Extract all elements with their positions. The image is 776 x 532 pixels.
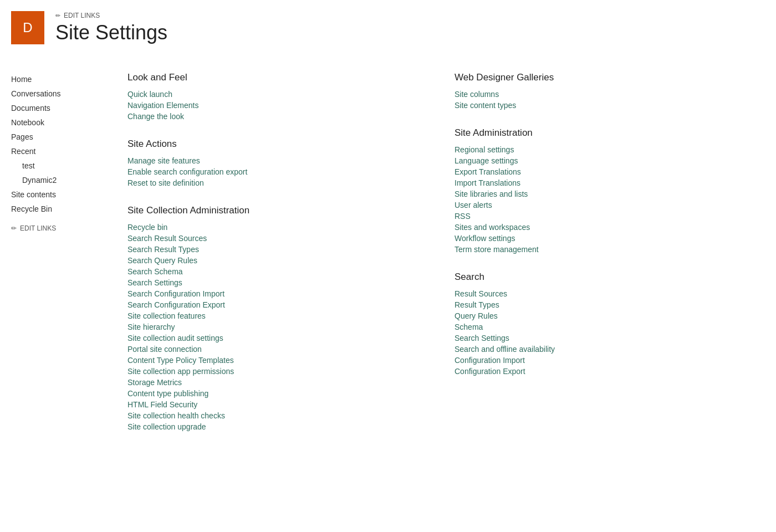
list-item[interactable]: Quick launch — [127, 90, 172, 99]
header-text: ✏ EDIT LINKS Site Settings — [55, 12, 167, 44]
list-item[interactable]: Result Types — [455, 300, 499, 309]
list-item[interactable]: Site collection audit settings — [127, 334, 223, 342]
list-item[interactable]: Import Translations — [455, 178, 520, 187]
list-item[interactable]: Result Sources — [455, 289, 507, 298]
col-right: Web Designer Galleries Site columnsSite … — [455, 72, 759, 449]
list-item[interactable]: Configuration Export — [455, 367, 525, 376]
list-item[interactable]: Search Result Sources — [127, 234, 207, 243]
list-item[interactable]: Search and offline availability — [455, 345, 555, 354]
list-item[interactable]: Storage Metrics — [127, 378, 182, 387]
sidebar-item[interactable]: Home — [11, 75, 32, 84]
list-item[interactable]: Query Rules — [455, 311, 498, 320]
edit-links-top[interactable]: ✏ EDIT LINKS — [55, 12, 167, 19]
look-and-feel-title: Look and Feel — [127, 72, 432, 83]
section-search: Search Result SourcesResult TypesQuery R… — [455, 272, 759, 377]
list-item[interactable]: Search Configuration Import — [127, 289, 224, 298]
list-item[interactable]: Manage site features — [127, 156, 200, 165]
col-left: Look and Feel Quick launchNavigation Ele… — [127, 72, 432, 449]
list-item[interactable]: Language settings — [455, 156, 518, 165]
section-look-and-feel: Look and Feel Quick launchNavigation Ele… — [127, 72, 432, 122]
list-item[interactable]: User alerts — [455, 201, 492, 209]
look-and-feel-links: Quick launchNavigation ElementsChange th… — [127, 89, 432, 122]
site-collection-admin-title: Site Collection Administration — [127, 205, 432, 216]
list-item[interactable]: Search Configuration Export — [127, 300, 225, 309]
search-title: Search — [455, 272, 759, 283]
list-item[interactable]: Content Type Policy Templates — [127, 356, 234, 365]
list-item[interactable]: Site collection upgrade — [127, 422, 206, 431]
list-item[interactable]: Search Settings — [455, 334, 509, 342]
sidebar-item[interactable]: Site contents — [11, 190, 56, 199]
list-item[interactable]: Site hierarchy — [127, 323, 175, 331]
sidebar-item[interactable]: Recycle Bin — [11, 204, 52, 213]
list-item[interactable]: Configuration Import — [455, 356, 525, 365]
list-item[interactable]: Regional settings — [455, 145, 514, 154]
sidebar-item[interactable]: Documents — [11, 104, 50, 112]
sidebar-item[interactable]: Recent — [11, 147, 35, 156]
list-item[interactable]: Navigation Elements — [127, 101, 198, 110]
edit-links-bottom[interactable]: ✏ EDIT LINKS — [11, 222, 100, 235]
list-item[interactable]: Site collection app permissions — [127, 367, 234, 376]
sidebar-item[interactable]: Pages — [11, 132, 33, 141]
site-actions-title: Site Actions — [127, 139, 432, 150]
sidebar-item[interactable]: test — [22, 161, 35, 170]
list-item[interactable]: Search Query Rules — [127, 256, 197, 265]
list-item[interactable]: Recycle bin — [127, 223, 167, 232]
list-item[interactable]: Site collection health checks — [127, 411, 225, 420]
site-actions-links: Manage site featuresEnable search config… — [127, 155, 432, 188]
sidebar-item[interactable]: Notebook — [11, 118, 44, 127]
web-designer-galleries-links: Site columnsSite content types — [455, 89, 759, 111]
list-item[interactable]: Site libraries and lists — [455, 190, 528, 198]
site-collection-admin-links: Recycle binSearch Result SourcesSearch R… — [127, 222, 432, 432]
list-item[interactable]: Export Translations — [455, 167, 521, 176]
section-site-collection-admin: Site Collection Administration Recycle b… — [127, 205, 432, 432]
sidebar-item[interactable]: Dynamic2 — [22, 176, 57, 185]
list-item[interactable]: Search Schema — [127, 267, 183, 276]
list-item[interactable]: Workflow settings — [455, 234, 515, 243]
pencil-icon: ✏ — [55, 12, 60, 19]
page-title: Site Settings — [55, 22, 167, 44]
list-item[interactable]: Search Settings — [127, 278, 182, 287]
list-item[interactable]: Site columns — [455, 90, 499, 99]
list-item[interactable]: Search Result Types — [127, 245, 199, 254]
sidebar-item[interactable]: Conversations — [11, 89, 61, 98]
site-administration-links: Regional settingsLanguage settingsExport… — [455, 144, 759, 255]
edit-links-bottom-label: EDIT LINKS — [20, 224, 56, 232]
section-web-designer-galleries: Web Designer Galleries Site columnsSite … — [455, 72, 759, 111]
list-item[interactable]: Enable search configuration export — [127, 167, 247, 176]
list-item[interactable]: Portal site connection — [127, 345, 202, 354]
sidebar-nav: HomeConversationsDocumentsNotebookPagesR… — [11, 72, 100, 216]
list-item[interactable]: Schema — [455, 323, 483, 331]
web-designer-galleries-title: Web Designer Galleries — [455, 72, 759, 83]
avatar: D — [11, 11, 44, 44]
list-item[interactable]: Sites and workspaces — [455, 223, 530, 232]
section-site-administration: Site Administration Regional settingsLan… — [455, 127, 759, 255]
list-item[interactable]: Reset to site definition — [127, 178, 204, 187]
list-item[interactable]: RSS — [455, 212, 471, 221]
edit-links-top-label: EDIT LINKS — [64, 12, 100, 19]
list-item[interactable]: Site collection features — [127, 311, 206, 320]
list-item[interactable]: HTML Field Security — [127, 400, 197, 409]
pencil-icon-bottom: ✏ — [11, 224, 17, 232]
content-area: Look and Feel Quick launchNavigation Ele… — [111, 66, 776, 454]
list-item[interactable]: Term store management — [455, 245, 539, 254]
sidebar: HomeConversationsDocumentsNotebookPagesR… — [0, 66, 111, 454]
list-item[interactable]: Content type publishing — [127, 389, 208, 398]
page-header: D ✏ EDIT LINKS Site Settings — [0, 0, 776, 55]
list-item[interactable]: Site content types — [455, 101, 516, 110]
search-links: Result SourcesResult TypesQuery RulesSch… — [455, 288, 759, 377]
main-layout: HomeConversationsDocumentsNotebookPagesR… — [0, 55, 776, 466]
list-item[interactable]: Change the look — [127, 112, 184, 121]
site-administration-title: Site Administration — [455, 127, 759, 139]
section-site-actions: Site Actions Manage site featuresEnable … — [127, 139, 432, 188]
